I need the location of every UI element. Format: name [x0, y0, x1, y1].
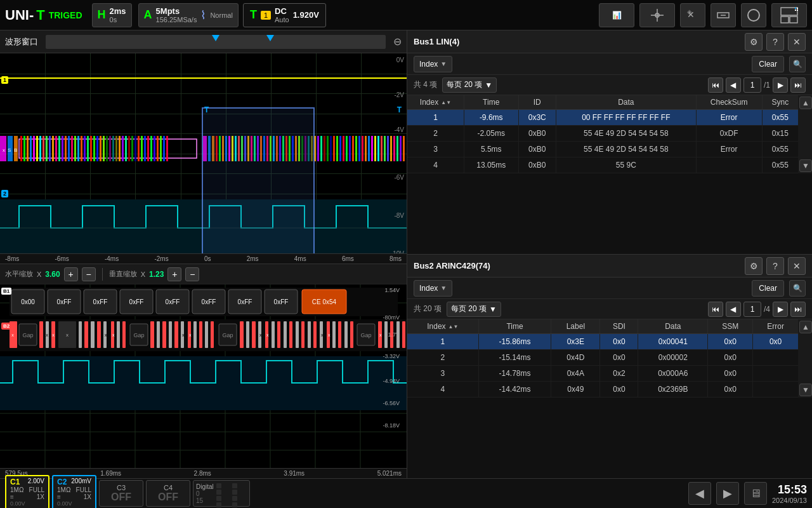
- hz-plus-btn[interactable]: +: [64, 267, 78, 281]
- svg-text:x: x: [46, 333, 48, 337]
- ch4-btn[interactable]: C4 OFF: [146, 480, 190, 507]
- bus2-prev-page-btn[interactable]: ◀: [726, 302, 741, 317]
- bus2-row-1[interactable]: 1 -15.86ms 0x3E 0x0 0x00041 0x0 0x0: [407, 334, 798, 350]
- bus2-clear-btn[interactable]: Clear: [752, 280, 784, 297]
- layout-icon-btn[interactable]: [771, 3, 807, 27]
- svg-rect-72: [216, 136, 218, 161]
- bus1-close-btn[interactable]: ✕: [788, 33, 806, 51]
- svg-rect-87: [263, 136, 265, 161]
- circle-icon-btn[interactable]: [741, 3, 766, 27]
- svg-rect-125: [384, 136, 386, 161]
- bus1-search-btn[interactable]: 🔍: [789, 56, 806, 72]
- bus2-row3-time: -14.78ms: [478, 366, 551, 382]
- svg-point-7: [748, 10, 759, 21]
- bus1-row1-checksum: Error: [696, 110, 762, 126]
- lower-waveform-area[interactable]: 0x00 0xFF 0xFF 0xFF 0xFF 0xFF 0xFF 0xFF …: [0, 284, 407, 468]
- bus2-row-2[interactable]: 2 -15.14ms 0x4D 0x0 0x00002 0x0: [407, 350, 798, 366]
- lower-time-2: 2.8ms: [194, 470, 211, 477]
- bus2-page-input[interactable]: 1: [743, 302, 761, 317]
- bus1-filter-row: Index ▼ Clear 🔍: [407, 53, 812, 75]
- nav-left-btn[interactable]: ◀: [688, 482, 711, 505]
- bus1-filter-select[interactable]: Index ▼: [414, 56, 452, 72]
- svg-rect-106: [324, 136, 325, 161]
- voltage-label-0v: 0V: [396, 57, 404, 64]
- voltage-label-6v: -6V: [394, 174, 404, 181]
- bus2-last-page-btn[interactable]: ⏭: [790, 302, 806, 317]
- bus1-prev-page-btn[interactable]: ◀: [726, 77, 741, 93]
- acquisition-segment[interactable]: A 5Mpts 156.25MSa/s ⌇ Normal: [138, 3, 239, 27]
- bus1-gear-btn[interactable]: ⚙: [745, 33, 763, 51]
- svg-rect-69: [203, 136, 207, 161]
- bus1-clear-btn[interactable]: Clear: [752, 56, 784, 72]
- ch2-voltage: 200mV: [71, 478, 91, 486]
- upper-waveform-area[interactable]: 1 2 2: [0, 53, 407, 253]
- bus1-row-4[interactable]: 4 13.05ms 0xB0 55 9C 0x55: [407, 157, 798, 173]
- ch1-mid: 1MΩ FULL: [10, 486, 44, 493]
- bus2-gear-btn[interactable]: ⚙: [745, 257, 763, 275]
- svg-rect-191: [117, 321, 120, 348]
- bus1-scroll-down-btn[interactable]: ▼: [799, 159, 812, 172]
- bus2-first-page-btn[interactable]: ⏮: [708, 302, 723, 317]
- bus1-per-page[interactable]: 每页 20 项 ▼: [442, 77, 497, 93]
- svg-rect-59: [147, 136, 149, 161]
- svg-rect-10: [790, 17, 797, 23]
- math-icon-btn[interactable]: ✕◈: [680, 3, 705, 27]
- hz-minus-btn[interactable]: −: [82, 267, 96, 281]
- vt-minus-btn[interactable]: −: [185, 267, 199, 281]
- bus2-row-4[interactable]: 4 -14.42ms 0x49 0x0 0x2369B 0x0: [407, 382, 798, 398]
- bus2-filter-select[interactable]: Index ▼: [414, 280, 452, 297]
- timebase-segment[interactable]: H 2ms 0s: [92, 3, 132, 27]
- bus2-search-btn[interactable]: 🔍: [789, 280, 806, 297]
- bus1-first-page-btn[interactable]: ⏮: [708, 77, 723, 93]
- svg-rect-86: [260, 136, 262, 161]
- bus1-page-current: 1: [750, 81, 755, 90]
- nav-right-btn[interactable]: ▶: [716, 482, 739, 505]
- vt-plus-btn[interactable]: +: [167, 267, 181, 281]
- cursor-icon-btn[interactable]: [639, 3, 675, 27]
- bus2-filter-label: Index: [419, 284, 438, 293]
- ch2-btn[interactable]: C2 200mV 1MΩ FULL ≡ 1X 0.00V: [52, 475, 96, 509]
- bus2-next-page-btn[interactable]: ▶: [773, 302, 788, 317]
- digital-btn[interactable]: Digital 0 15: [193, 480, 250, 507]
- bus1-scroll-up-btn[interactable]: ▲: [799, 97, 812, 109]
- svg-rect-91: [276, 136, 278, 161]
- bus1-col-time: Time: [464, 95, 518, 110]
- bus2-title: Bus2 ARINC429(74): [414, 261, 490, 271]
- monitor-icon[interactable]: 🖥: [744, 482, 767, 505]
- bus1-page-input[interactable]: 1: [743, 77, 761, 93]
- ref-icon-btn[interactable]: [710, 3, 736, 27]
- bus1-help-btn[interactable]: ?: [766, 33, 784, 51]
- ch2-indicator: 2: [1, 190, 8, 197]
- bus2-row1-data: 0x00041: [638, 334, 708, 350]
- bottom-right: ◀ ▶ 🖥 15:53 2024/09/13: [688, 482, 807, 505]
- ch2-top: C2 200mV: [57, 478, 91, 486]
- osc-scroll-bar[interactable]: [46, 35, 386, 49]
- svg-rect-102: [311, 136, 313, 161]
- bus2-row3-index: 3: [407, 366, 478, 382]
- time-label-6: 4ms: [294, 255, 306, 262]
- bus1-row-2[interactable]: 2 -2.05ms 0xB0 55 4E 49 2D 54 54 54 58 0…: [407, 126, 798, 142]
- bus2-per-page[interactable]: 每页 20 项 ▼: [447, 302, 501, 317]
- bus1-last-page-btn[interactable]: ⏭: [790, 77, 806, 93]
- measure-icon-btn[interactable]: 📊: [599, 3, 634, 27]
- trigger-segment[interactable]: T 1 DC Auto 1.920V: [243, 3, 326, 27]
- bus2-help-btn[interactable]: ?: [766, 257, 784, 275]
- bus2-scroll-down-btn[interactable]: ▼: [799, 384, 812, 396]
- bus2-row-3[interactable]: 3 -14.78ms 0x4A 0x2 0x000A6 0x0: [407, 366, 798, 382]
- svg-text:x: x: [66, 332, 69, 338]
- ch1-btn[interactable]: C1 2.00V 1MΩ FULL ≡ 1X 0.00V: [5, 475, 49, 509]
- svg-text:S: S: [8, 147, 11, 153]
- bus2-header-row: Index▲▼ Time Label SDI Data SSM Error: [407, 319, 798, 334]
- svg-text:x: x: [105, 333, 107, 337]
- svg-rect-90: [273, 136, 275, 161]
- bus1-row-1[interactable]: 1 -9.6ms 0x3C 00 FF FF FF FF FF FF FF Er…: [407, 110, 798, 126]
- zoom-icon[interactable]: ⊖: [393, 36, 402, 48]
- svg-rect-98: [298, 136, 300, 161]
- svg-rect-114: [349, 136, 351, 161]
- svg-rect-88: [266, 136, 268, 161]
- bus2-scroll-up-btn[interactable]: ▲: [799, 321, 812, 333]
- bus1-row-3[interactable]: 3 5.5ms 0xB0 55 4E 49 2D 54 54 54 58 Err…: [407, 142, 798, 157]
- bus2-close-btn[interactable]: ✕: [788, 257, 806, 275]
- bus1-next-page-btn[interactable]: ▶: [773, 77, 788, 93]
- ch3-btn[interactable]: C3 OFF: [99, 480, 143, 507]
